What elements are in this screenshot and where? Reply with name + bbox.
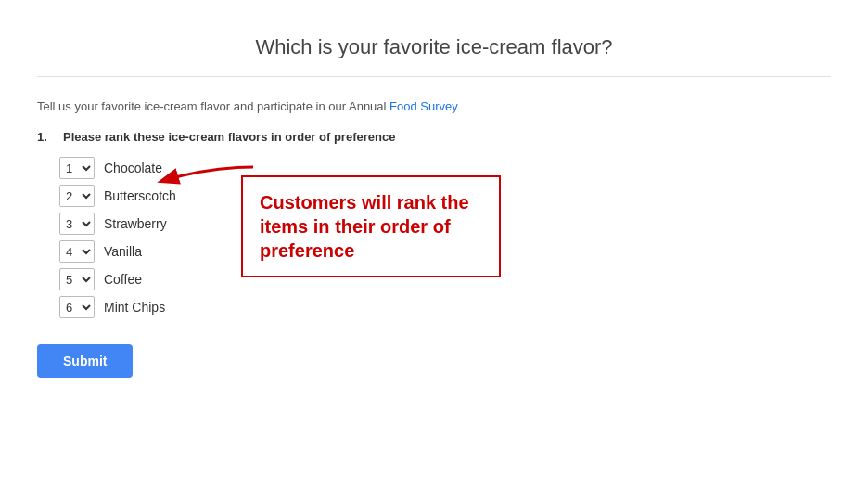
rank-select-3[interactable]: 123456 — [59, 213, 95, 235]
ranking-row: 123456Coffee — [59, 268, 176, 290]
ranking-row: 123456Strawberry — [59, 213, 176, 235]
subtitle: Tell us your favorite ice-cream flavor a… — [37, 99, 831, 113]
ranking-row: 123456Mint Chips — [59, 296, 176, 318]
rank-select-2[interactable]: 123456 — [59, 185, 95, 207]
flavor-name-6: Mint Chips — [104, 300, 165, 315]
page-title: Which is your favorite ice-cream flavor? — [37, 19, 831, 77]
page-container: Which is your favorite ice-cream flavor?… — [0, 0, 868, 490]
ranking-area: 123456Chocolate123456Butterscotch123456S… — [37, 157, 831, 318]
food-survey-link[interactable]: Food Survey — [389, 99, 458, 113]
rank-select-6[interactable]: 123456 — [59, 296, 95, 318]
tooltip-box: Customers will rank the items in their o… — [241, 175, 501, 277]
question-text: Please rank these ice-cream flavors in o… — [63, 130, 395, 144]
arrow-annotation — [153, 162, 255, 202]
rank-select-5[interactable]: 123456 — [59, 268, 95, 290]
question-number: 1. — [37, 130, 56, 144]
flavor-name-4: Vanilla — [104, 244, 142, 259]
flavor-name-5: Coffee — [104, 272, 142, 287]
submit-button[interactable]: Submit — [37, 344, 133, 378]
rank-select-4[interactable]: 123456 — [59, 240, 95, 263]
flavor-name-3: Strawberry — [104, 216, 167, 231]
subtitle-before-link: Tell us your favorite ice-cream flavor a… — [37, 99, 389, 113]
question-label: 1. Please rank these ice-cream flavors i… — [37, 130, 831, 144]
rank-select-1[interactable]: 123456 — [59, 157, 95, 179]
ranking-row: 123456Vanilla — [59, 240, 176, 263]
